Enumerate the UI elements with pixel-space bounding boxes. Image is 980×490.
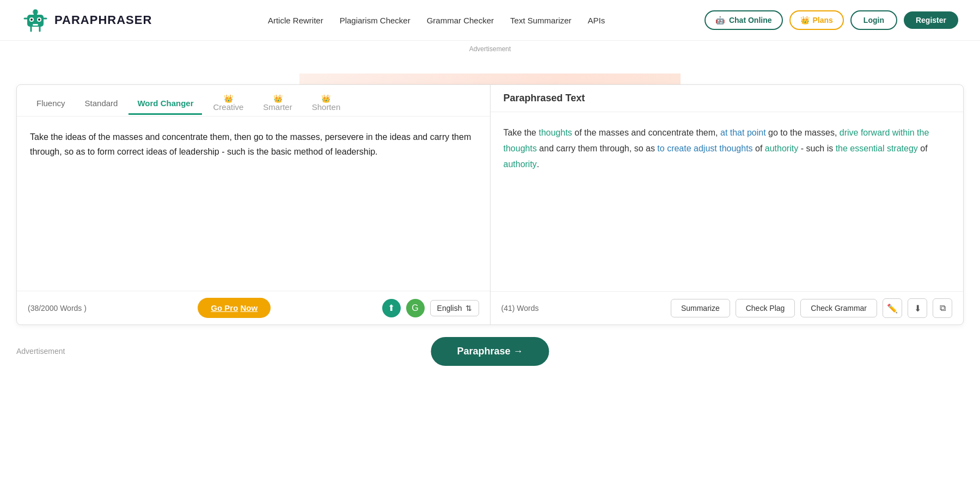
paraphrased-text: Take the thoughts of the masses and conc… — [491, 112, 964, 291]
paraphrase-button[interactable]: Paraphrase → — [431, 337, 549, 366]
para-seg-11: the essential strategy — [836, 144, 918, 153]
nav-text-summarizer[interactable]: Text Summarizer — [510, 16, 572, 25]
bottom-section: Advertisement Paraphrase → — [0, 336, 980, 366]
nav-apis[interactable]: APIs — [588, 16, 605, 25]
para-seg-13: authority — [504, 160, 537, 169]
para-seg-9: authority — [765, 144, 798, 153]
para-seg-6: and carry them through, so as — [537, 144, 657, 153]
tab-standard[interactable]: Standard — [76, 93, 127, 115]
language-selector[interactable]: English ⇅ — [430, 300, 479, 316]
grammarly-icon[interactable]: G — [406, 299, 425, 317]
para-seg-7: to create adjust thoughts — [657, 144, 752, 153]
svg-rect-6 — [33, 24, 38, 26]
download-icon[interactable]: ⬇ — [908, 298, 927, 318]
chat-online-button[interactable]: 🤖 Chat Online — [705, 10, 783, 30]
crown-icon-shorten: 👑 — [321, 95, 330, 102]
para-seg-3: at that point — [720, 128, 766, 137]
para-seg-2: of the masses and concentrate them, — [572, 128, 720, 137]
advertisement-top: Advertisement — [0, 41, 980, 57]
para-seg-0: Take the — [504, 128, 539, 137]
tabs-bar: Fluency Standard Word Changer 👑 Creative… — [17, 85, 490, 117]
nav-article-rewriter[interactable]: Article Rewriter — [268, 16, 323, 25]
chat-icon: 🤖 — [715, 16, 725, 24]
main-wrapper: Fluency Standard Word Changer 👑 Creative… — [0, 57, 980, 336]
copy-icon[interactable]: ⧉ — [933, 298, 952, 318]
check-plag-button[interactable]: Check Plag — [736, 299, 795, 317]
nav-grammar-checker[interactable]: Grammar Checker — [427, 16, 494, 25]
edit-icon[interactable]: ✏️ — [883, 298, 902, 318]
svg-point-4 — [30, 19, 33, 21]
now-text: Now — [241, 303, 258, 313]
para-seg-4: go to the masses, — [766, 128, 840, 137]
tab-fluency[interactable]: Fluency — [28, 93, 74, 115]
svg-point-5 — [38, 19, 40, 21]
summarize-button[interactable]: Summarize — [671, 299, 730, 317]
svg-rect-11 — [34, 10, 37, 15]
word-count: (38/2000 Words ) — [28, 304, 87, 313]
left-panel: Fluency Standard Word Changer 👑 Creative… — [17, 85, 491, 324]
tab-creative[interactable]: 👑 Creative — [204, 91, 252, 117]
spell-check-icon[interactable]: ⬆ — [382, 299, 401, 317]
left-footer: (38/2000 Words ) Go Pro Now ⬆ G English … — [17, 291, 490, 324]
right-panel-title: Paraphrased Text — [491, 85, 964, 112]
logo-icon — [22, 7, 49, 34]
para-seg-12: of — [918, 144, 928, 153]
tab-word-changer[interactable]: Word Changer — [128, 93, 202, 115]
right-footer: (41) Words Summarize Check Plag Check Gr… — [491, 291, 964, 324]
right-footer-actions: Summarize Check Plag Check Grammar ✏️ ⬇ … — [671, 298, 952, 318]
advertisement-bottom: Advertisement — [16, 347, 65, 356]
right-word-count: (41) Words — [501, 304, 539, 313]
editor-container: Fluency Standard Word Changer 👑 Creative… — [16, 84, 964, 325]
nav-links: Article Rewriter Plagiarism Checker Gram… — [179, 16, 694, 25]
plans-button[interactable]: 👑 Plans — [789, 10, 844, 30]
para-seg-10: - such is — [798, 144, 835, 153]
logo-text: PARAPHRASER — [54, 13, 152, 27]
header: PARAPHRASER Article Rewriter Plagiarism … — [0, 0, 980, 41]
logo-area: PARAPHRASER — [22, 7, 152, 34]
crown-icon-smarter: 👑 — [273, 95, 283, 102]
crown-icon: 👑 — [800, 16, 810, 24]
crown-icon-creative: 👑 — [224, 95, 233, 102]
tab-smarter[interactable]: 👑 Smarter — [254, 91, 301, 117]
go-pro-button[interactable]: Go Pro Now — [198, 298, 271, 318]
right-panel: Paraphrased Text Take the thoughts of th… — [491, 85, 964, 324]
para-seg-14: . — [537, 160, 539, 169]
footer-center: Go Pro Now — [198, 298, 271, 318]
check-grammar-button[interactable]: Check Grammar — [800, 299, 877, 317]
register-button[interactable]: Register — [904, 11, 958, 29]
para-seg-8: of — [753, 144, 765, 153]
nav-plagiarism-checker[interactable]: Plagiarism Checker — [340, 16, 411, 25]
login-button[interactable]: Login — [850, 10, 897, 30]
nav-actions: 🤖 Chat Online 👑 Plans Login Register — [705, 10, 958, 30]
para-seg-1: thoughts — [538, 128, 572, 137]
footer-right: ⬆ G English ⇅ — [382, 299, 479, 317]
input-textarea[interactable] — [17, 117, 490, 291]
chevron-icon: ⇅ — [465, 304, 472, 313]
tab-shorten[interactable]: 👑 Shorten — [303, 91, 350, 117]
